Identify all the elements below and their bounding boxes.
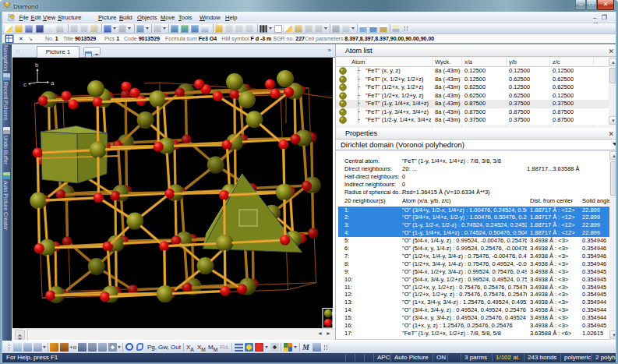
- svg-text:c: c: [23, 81, 26, 88]
- svg-text:O: O: [332, 320, 333, 327]
- svg-text:Fe: Fe: [332, 310, 334, 317]
- svg-text:b: b: [35, 62, 39, 69]
- svg-text:a: a: [51, 80, 55, 87]
